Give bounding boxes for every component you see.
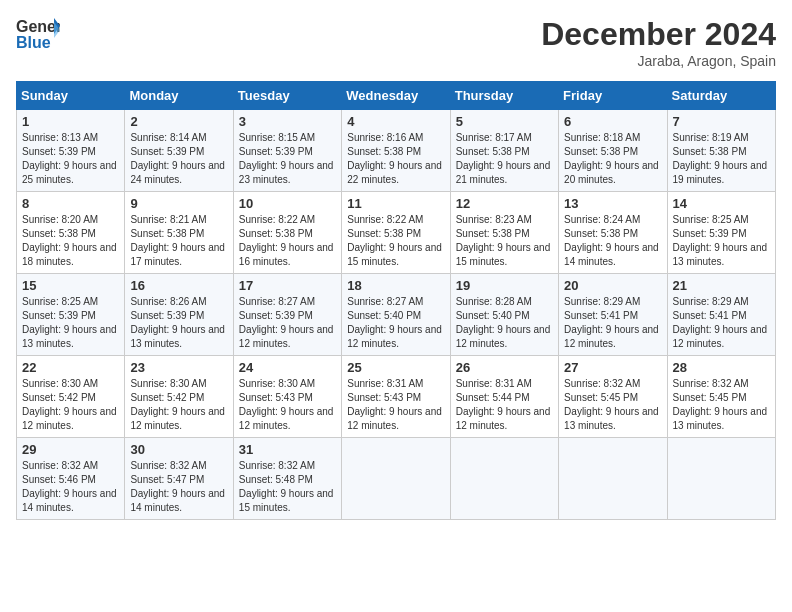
cell-week5-day0: 29 Sunrise: 8:32 AM Sunset: 5:46 PM Dayl… <box>17 438 125 520</box>
sunrise: Sunrise: 8:30 AM <box>130 378 206 389</box>
sunrise: Sunrise: 8:30 AM <box>22 378 98 389</box>
daylight: Daylight: 9 hours and 18 minutes. <box>22 242 117 267</box>
day-number: 25 <box>347 360 444 375</box>
sunrise: Sunrise: 8:18 AM <box>564 132 640 143</box>
logo-icon: General Blue <box>16 16 60 52</box>
day-info: Sunrise: 8:32 AM Sunset: 5:46 PM Dayligh… <box>22 459 119 515</box>
cell-week4-day4: 26 Sunrise: 8:31 AM Sunset: 5:44 PM Dayl… <box>450 356 558 438</box>
cell-week3-day4: 19 Sunrise: 8:28 AM Sunset: 5:40 PM Dayl… <box>450 274 558 356</box>
title-block: December 2024 Jaraba, Aragon, Spain <box>541 16 776 69</box>
sunrise: Sunrise: 8:26 AM <box>130 296 206 307</box>
day-info: Sunrise: 8:19 AM Sunset: 5:38 PM Dayligh… <box>673 131 770 187</box>
day-info: Sunrise: 8:26 AM Sunset: 5:39 PM Dayligh… <box>130 295 227 351</box>
day-number: 27 <box>564 360 661 375</box>
sunset: Sunset: 5:48 PM <box>239 474 313 485</box>
cell-week3-day2: 17 Sunrise: 8:27 AM Sunset: 5:39 PM Dayl… <box>233 274 341 356</box>
sunset: Sunset: 5:39 PM <box>673 228 747 239</box>
day-info: Sunrise: 8:23 AM Sunset: 5:38 PM Dayligh… <box>456 213 553 269</box>
daylight: Daylight: 9 hours and 13 minutes. <box>564 406 659 431</box>
daylight: Daylight: 9 hours and 14 minutes. <box>564 242 659 267</box>
cell-week4-day6: 28 Sunrise: 8:32 AM Sunset: 5:45 PM Dayl… <box>667 356 775 438</box>
cell-week1-day5: 6 Sunrise: 8:18 AM Sunset: 5:38 PM Dayli… <box>559 110 667 192</box>
header-tuesday: Tuesday <box>233 82 341 110</box>
cell-week5-day4 <box>450 438 558 520</box>
day-info: Sunrise: 8:32 AM Sunset: 5:45 PM Dayligh… <box>673 377 770 433</box>
cell-week2-day5: 13 Sunrise: 8:24 AM Sunset: 5:38 PM Dayl… <box>559 192 667 274</box>
day-number: 13 <box>564 196 661 211</box>
sunset: Sunset: 5:38 PM <box>456 228 530 239</box>
day-info: Sunrise: 8:16 AM Sunset: 5:38 PM Dayligh… <box>347 131 444 187</box>
sunrise: Sunrise: 8:29 AM <box>564 296 640 307</box>
week-row-2: 8 Sunrise: 8:20 AM Sunset: 5:38 PM Dayli… <box>17 192 776 274</box>
sunset: Sunset: 5:42 PM <box>22 392 96 403</box>
sunset: Sunset: 5:38 PM <box>347 228 421 239</box>
day-info: Sunrise: 8:27 AM Sunset: 5:40 PM Dayligh… <box>347 295 444 351</box>
day-info: Sunrise: 8:25 AM Sunset: 5:39 PM Dayligh… <box>22 295 119 351</box>
sunrise: Sunrise: 8:17 AM <box>456 132 532 143</box>
sunrise: Sunrise: 8:25 AM <box>673 214 749 225</box>
sunrise: Sunrise: 8:32 AM <box>673 378 749 389</box>
sunrise: Sunrise: 8:15 AM <box>239 132 315 143</box>
day-info: Sunrise: 8:20 AM Sunset: 5:38 PM Dayligh… <box>22 213 119 269</box>
day-number: 6 <box>564 114 661 129</box>
day-info: Sunrise: 8:31 AM Sunset: 5:44 PM Dayligh… <box>456 377 553 433</box>
day-number: 18 <box>347 278 444 293</box>
sunrise: Sunrise: 8:30 AM <box>239 378 315 389</box>
daylight: Daylight: 9 hours and 15 minutes. <box>456 242 551 267</box>
sunrise: Sunrise: 8:32 AM <box>564 378 640 389</box>
daylight: Daylight: 9 hours and 25 minutes. <box>22 160 117 185</box>
svg-text:Blue: Blue <box>16 34 51 51</box>
daylight: Daylight: 9 hours and 12 minutes. <box>22 406 117 431</box>
day-info: Sunrise: 8:22 AM Sunset: 5:38 PM Dayligh… <box>239 213 336 269</box>
cell-week2-day6: 14 Sunrise: 8:25 AM Sunset: 5:39 PM Dayl… <box>667 192 775 274</box>
sunrise: Sunrise: 8:19 AM <box>673 132 749 143</box>
sunset: Sunset: 5:39 PM <box>130 146 204 157</box>
calendar-header-row: SundayMondayTuesdayWednesdayThursdayFrid… <box>17 82 776 110</box>
cell-week4-day5: 27 Sunrise: 8:32 AM Sunset: 5:45 PM Dayl… <box>559 356 667 438</box>
day-info: Sunrise: 8:18 AM Sunset: 5:38 PM Dayligh… <box>564 131 661 187</box>
day-info: Sunrise: 8:21 AM Sunset: 5:38 PM Dayligh… <box>130 213 227 269</box>
header-wednesday: Wednesday <box>342 82 450 110</box>
daylight: Daylight: 9 hours and 15 minutes. <box>239 488 334 513</box>
sunrise: Sunrise: 8:27 AM <box>347 296 423 307</box>
day-number: 14 <box>673 196 770 211</box>
daylight: Daylight: 9 hours and 12 minutes. <box>347 324 442 349</box>
daylight: Daylight: 9 hours and 15 minutes. <box>347 242 442 267</box>
cell-week1-day2: 3 Sunrise: 8:15 AM Sunset: 5:39 PM Dayli… <box>233 110 341 192</box>
day-number: 11 <box>347 196 444 211</box>
day-number: 5 <box>456 114 553 129</box>
day-number: 29 <box>22 442 119 457</box>
day-info: Sunrise: 8:32 AM Sunset: 5:45 PM Dayligh… <box>564 377 661 433</box>
day-number: 8 <box>22 196 119 211</box>
sunrise: Sunrise: 8:32 AM <box>130 460 206 471</box>
cell-week2-day3: 11 Sunrise: 8:22 AM Sunset: 5:38 PM Dayl… <box>342 192 450 274</box>
day-number: 9 <box>130 196 227 211</box>
sunset: Sunset: 5:47 PM <box>130 474 204 485</box>
daylight: Daylight: 9 hours and 13 minutes. <box>22 324 117 349</box>
month-title: December 2024 <box>541 16 776 53</box>
daylight: Daylight: 9 hours and 23 minutes. <box>239 160 334 185</box>
day-number: 10 <box>239 196 336 211</box>
cell-week5-day6 <box>667 438 775 520</box>
cell-week1-day3: 4 Sunrise: 8:16 AM Sunset: 5:38 PM Dayli… <box>342 110 450 192</box>
day-info: Sunrise: 8:27 AM Sunset: 5:39 PM Dayligh… <box>239 295 336 351</box>
sunset: Sunset: 5:41 PM <box>564 310 638 321</box>
cell-week5-day3 <box>342 438 450 520</box>
header-friday: Friday <box>559 82 667 110</box>
sunrise: Sunrise: 8:27 AM <box>239 296 315 307</box>
daylight: Daylight: 9 hours and 12 minutes. <box>347 406 442 431</box>
day-info: Sunrise: 8:32 AM Sunset: 5:48 PM Dayligh… <box>239 459 336 515</box>
calendar-table: SundayMondayTuesdayWednesdayThursdayFrid… <box>16 81 776 520</box>
calendar-body: 1 Sunrise: 8:13 AM Sunset: 5:39 PM Dayli… <box>17 110 776 520</box>
cell-week1-day6: 7 Sunrise: 8:19 AM Sunset: 5:38 PM Dayli… <box>667 110 775 192</box>
logo: General Blue <box>16 16 60 52</box>
sunrise: Sunrise: 8:13 AM <box>22 132 98 143</box>
cell-week5-day1: 30 Sunrise: 8:32 AM Sunset: 5:47 PM Dayl… <box>125 438 233 520</box>
sunrise: Sunrise: 8:23 AM <box>456 214 532 225</box>
daylight: Daylight: 9 hours and 12 minutes. <box>456 406 551 431</box>
cell-week3-day5: 20 Sunrise: 8:29 AM Sunset: 5:41 PM Dayl… <box>559 274 667 356</box>
daylight: Daylight: 9 hours and 12 minutes. <box>673 324 768 349</box>
page-header: General Blue December 2024 Jaraba, Arago… <box>16 16 776 69</box>
cell-week4-day2: 24 Sunrise: 8:30 AM Sunset: 5:43 PM Dayl… <box>233 356 341 438</box>
daylight: Daylight: 9 hours and 12 minutes. <box>130 406 225 431</box>
